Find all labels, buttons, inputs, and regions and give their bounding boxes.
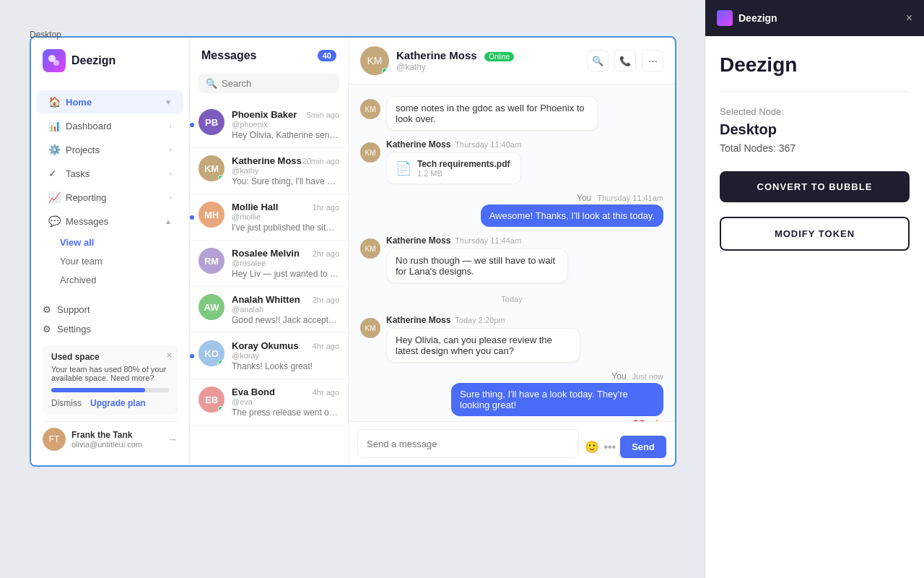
plugin-header-title: Deezign [738, 12, 777, 24]
msg-handle-mollie: @mollie [232, 212, 339, 221]
outgoing-timestamp-1: Thursday 11:41am [597, 194, 663, 202]
msg-preview-analah: Good news!! Jack accepted the offer. I'v… [232, 315, 339, 325]
emoji-button[interactable]: 🙂 [585, 440, 599, 454]
msg-time-rosalee: 2hr ago [313, 249, 339, 258]
chat-sender-avatar-3: KM [360, 238, 380, 259]
sidebar-item-tasks[interactable]: ✓ Tasks › [37, 162, 183, 185]
reporting-icon: 📈 [48, 191, 60, 203]
messages-header: Messages 40 [190, 38, 348, 74]
sidebar-nav: 🏠 Home ▼ 📊 Dashboard › ⚙️ Projects › ✓ T… [31, 84, 189, 291]
sidebar-item-archived[interactable]: Archived [48, 271, 183, 289]
msg-name-katherine: Katherine Moss [232, 155, 302, 166]
file-attachment[interactable]: 📄 Tech requirements.pdf 1.2 MB [386, 152, 521, 184]
sidebar-item-dashboard[interactable]: 📊 Dashboard › [37, 114, 183, 137]
avatar-koray: KO [199, 340, 225, 366]
msg-name-koray: Koray Okumus [232, 340, 298, 351]
plugin-panel: Deezign × Deezign Selected Node: Desktop… [705, 0, 924, 578]
sidebar-item-support[interactable]: ⚙ Support [43, 300, 178, 319]
plugin-divider [720, 91, 910, 92]
used-space-progress-fill [51, 388, 145, 392]
user-profile: FT Frank the Tank olivia@untitleui.com → [43, 421, 178, 457]
msg-content-mollie: Mollie Hall 1hr ago @mollie I've just pu… [232, 202, 339, 233]
eva-online-indicator [218, 406, 224, 412]
message-item-koray[interactable]: KO Koray Okumus 4hr ago @koray Thanks! L… [190, 333, 348, 379]
settings-icon: ⚙ [43, 324, 51, 335]
sidebar-item-your-team[interactable]: Your team [48, 252, 183, 270]
msg-time-mollie: 1hr ago [313, 203, 339, 212]
messages-title: Messages [201, 49, 257, 62]
file-name: Tech requirements.pdf [417, 159, 510, 169]
file-type-icon: 📄 [396, 160, 411, 176]
message-item-rosalee[interactable]: RM Rosalee Melvin 2hr ago @rosalee Hey L… [190, 241, 348, 287]
sidebar-item-view-all[interactable]: View all [48, 233, 183, 251]
tasks-icon: ✓ [48, 168, 60, 179]
dashboard-arrow-icon: › [170, 122, 172, 130]
chat-msg-file: KM Katherine Moss Thursday 11:40am 📄 Tec… [360, 139, 663, 184]
sidebar-item-projects[interactable]: ⚙️ Projects › [37, 138, 183, 161]
msg-preview-phoenix: Hey Olivia, Katherine sent me over the l… [232, 130, 339, 140]
file-size: 1.2 MB [417, 169, 510, 178]
message-item-phoenix[interactable]: PB Phoenix Baker 5min ago @phoenix Hey O… [190, 102, 348, 148]
sidebar-item-home[interactable]: 🏠 Home ▼ [37, 90, 183, 113]
msg-preview-mollie: I've just published the site again. Look… [232, 223, 339, 233]
search-input[interactable] [222, 78, 332, 89]
upgrade-plan-button[interactable]: Upgrade plan [90, 398, 146, 408]
convert-to-bubble-button[interactable]: CONVERT TO BUBBLE [720, 171, 910, 202]
message-item-katherine[interactable]: KM Katherine Moss 20min ago @kathy You: … [190, 148, 348, 194]
plugin-logo [717, 10, 733, 26]
review-sender: Katherine Moss [386, 315, 450, 325]
chat-phone-button[interactable]: 📞 [614, 50, 636, 72]
avatar-eva: EB [199, 387, 225, 413]
plugin-total-nodes: Total Nodes: 367 [720, 142, 910, 154]
message-input[interactable] [357, 429, 579, 458]
chat-search-button[interactable]: 🔍 [587, 50, 609, 72]
outgoing-timestamp-2: Just now [632, 372, 663, 381]
settings-label: Settings [57, 324, 91, 335]
nav-reporting-label: Reporting [66, 192, 164, 203]
file-sender-name: Katherine Moss [386, 139, 450, 150]
reporting-arrow-icon: › [170, 194, 172, 202]
chat-contact-name: Katherine Moss [396, 49, 477, 61]
tasks-arrow-icon: › [170, 170, 172, 178]
msg-handle-katherine: @kathy [232, 166, 339, 175]
msg-handle-analah: @analah [232, 305, 339, 314]
messages-arrow-icon: ▲ [165, 217, 172, 225]
svg-point-1 [53, 60, 59, 66]
you-label-2: You [611, 371, 626, 381]
used-space-close-button[interactable]: × [167, 350, 172, 361]
chat-more-button[interactable]: ⋯ [642, 50, 663, 72]
more-options-button[interactable]: ••• [603, 441, 616, 454]
file-info: Tech requirements.pdf 1.2 MB [417, 159, 510, 178]
msg-preview-koray: Thanks! Looks great! [232, 361, 339, 371]
plugin-selected-node-label: Selected Node: [720, 106, 910, 117]
msg-handle-phoenix: @phoenix [232, 120, 339, 129]
plugin-close-button[interactable]: × [906, 12, 912, 25]
modify-token-button[interactable]: MODIFY TOKEN [720, 217, 910, 251]
chat-contact-handle: @kathy [396, 62, 580, 72]
msg-time-analah: 2hr ago [313, 296, 339, 304]
sidebar: Deezign 🏠 Home ▼ 📊 Dashboard › ⚙️ Projec… [31, 38, 190, 465]
avatar-analah: AW [199, 294, 225, 320]
dismiss-button[interactable]: Dismiss [51, 398, 82, 408]
msg-time-phoenix: 5min ago [307, 111, 339, 119]
used-space-description: Your team has used 80% of your available… [51, 365, 169, 382]
msg-content-rosalee: Rosalee Melvin 2hr ago @rosalee Hey Liv … [232, 248, 339, 279]
msg-time-eva: 4hr ago [313, 388, 339, 397]
msg-name-rosalee: Rosalee Melvin [232, 248, 300, 259]
message-item-mollie[interactable]: MH Mollie Hall 1hr ago @mollie I've just… [190, 194, 348, 241]
chat-norush-content: Katherine Moss Thursday 11:44am No rush … [386, 236, 645, 283]
logout-icon[interactable]: → [167, 434, 178, 445]
sidebar-item-reporting[interactable]: 📈 Reporting › [37, 186, 183, 209]
messages-count-badge: 40 [318, 50, 336, 61]
message-item-eva[interactable]: EB Eva Bond 4hr ago @eva The press relea… [190, 379, 348, 426]
sidebar-item-settings[interactable]: ⚙ Settings [43, 319, 178, 339]
send-button[interactable]: Send [620, 436, 666, 458]
user-name: Frank the Tank [71, 430, 162, 440]
sidebar-item-messages[interactable]: 💬 Messages ▲ [37, 210, 183, 233]
review-bubble: Hey Olivia, can you please review the la… [386, 328, 580, 363]
nav-messages-label: Messages [66, 216, 159, 227]
you-label-1: You [577, 193, 591, 203]
used-space-progress-bar [51, 388, 169, 392]
message-item-analah[interactable]: AW Analah Whitten 2hr ago @analah Good n… [190, 287, 348, 333]
msg-content-eva: Eva Bond 4hr ago @eva The press release … [232, 387, 339, 418]
